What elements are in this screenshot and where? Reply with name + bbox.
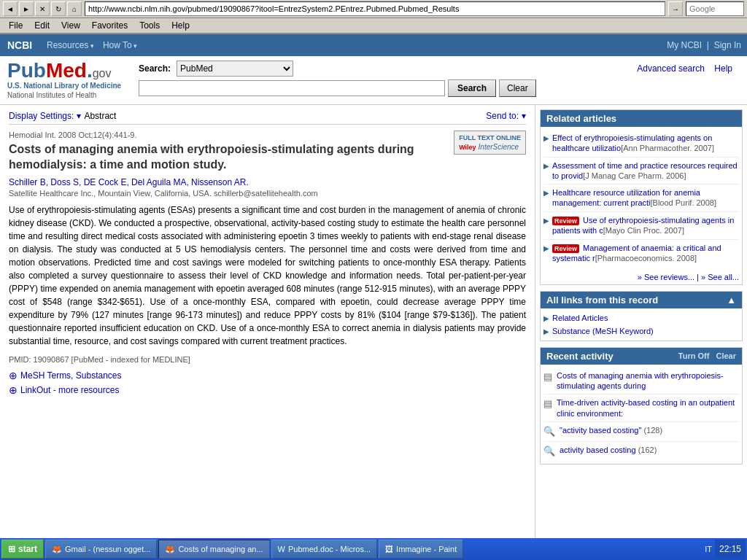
system-tray-locale: IT [705, 545, 712, 553]
related-item: ▶ Healthcare resource utilization for an… [543, 184, 739, 212]
recent-search-text-2[interactable]: activity based costing (162) [560, 445, 657, 455]
arrow-icon: ▶ [543, 244, 549, 264]
recent-list: ▤ Costs of managing anemia with erythrop… [541, 365, 742, 464]
taskbar-pubmed[interactable]: 🦊 Costs of managing an... [158, 540, 269, 559]
home-btn[interactable]: ⌂ [67, 1, 82, 16]
back-btn[interactable]: ◄ [3, 1, 18, 16]
taskbar-gmail[interactable]: 🦊 Gmail - (nessun ogget... [45, 540, 157, 559]
view-menu[interactable]: View [55, 19, 86, 32]
start-button[interactable]: ⊞ start [1, 540, 44, 559]
clear-button[interactable]: Clear [499, 79, 536, 97]
recent-item: ▤ Costs of managing anemia with erythrop… [543, 368, 739, 395]
paint-icon: 🖼 [385, 545, 393, 553]
send-to[interactable]: Send to: ▾ [486, 111, 526, 121]
subtitle-line1: U.S. National Library of Medicine [7, 81, 124, 90]
authors: Schiller B, Doss S, DE Cock E, Del Aguil… [9, 177, 526, 187]
edit-menu[interactable]: Edit [28, 19, 55, 32]
my-ncbi-link[interactable]: My NCBI [667, 40, 702, 50]
favorites-menu[interactable]: Favorites [86, 19, 133, 32]
mesh-terms-expand[interactable]: ⊕ MeSH Terms, Substances [9, 370, 526, 381]
article-icon: ▤ [543, 371, 552, 384]
fulltext-label: FULL TEXT ONLINE [459, 134, 521, 141]
linkout-expand[interactable]: ⊕ LinkOut - more resources [9, 384, 526, 396]
turn-off-link[interactable]: Turn Off [678, 351, 710, 360]
related-item: ▶ Review Use of erythropoiesis-stimulati… [543, 212, 739, 240]
address-bar[interactable] [85, 1, 665, 16]
pubmed-logo: PubMed.gov [7, 61, 124, 81]
abstract-text: Use of erythropoiesis-stimulating agents… [9, 203, 526, 348]
arrow-icon: ▶ [543, 216, 549, 236]
related-item-text[interactable]: Review Use of erythropoiesis-stimulating… [552, 215, 739, 236]
windows-icon: ⊞ [8, 544, 15, 554]
forward-btn[interactable]: ► [19, 1, 34, 16]
taskbar: ⊞ start 🦊 Gmail - (nessun ogget... 🦊 Cos… [0, 538, 747, 560]
fulltext-button[interactable]: FULL TEXT ONLINE Wiley InterScience [454, 131, 526, 155]
related-item-text[interactable]: Assessment of time and practice resource… [552, 160, 739, 182]
google-search-input[interactable] [686, 1, 744, 16]
help-menu[interactable]: Help [166, 19, 196, 32]
display-settings[interactable]: Display Settings: ▾ Abstract [9, 111, 116, 121]
advanced-search-link[interactable]: Advanced search [637, 63, 705, 74]
search-links: Advanced search Help [637, 63, 740, 74]
taskbar-paint-label: Immagine - Paint [396, 545, 457, 553]
search-icon: 🔍 [543, 426, 555, 438]
display-settings-arrow-icon: ▾ [77, 111, 81, 121]
search-input[interactable] [139, 80, 445, 96]
related-item-text[interactable]: Review Management of anaemia: a critical… [552, 243, 739, 264]
review-badge: Review [552, 217, 579, 225]
display-bar: Display Settings: ▾ Abstract Send to: ▾ [9, 111, 526, 125]
scroll-up-icon[interactable]: ▲ [727, 295, 736, 306]
recent-item: 🔍 activity based costing (162) [543, 442, 739, 461]
sign-in-link[interactable]: Sign In [714, 40, 741, 50]
search-row2: Search Clear [139, 79, 740, 97]
tools-menu[interactable]: Tools [133, 19, 166, 32]
start-label: start [18, 544, 37, 554]
help-link[interactable]: Help [714, 63, 732, 74]
related-articles-list: ▶ Effect of erythropoiesis-stimulating a… [541, 127, 742, 270]
main-area: Display Settings: ▾ Abstract Send to: ▾ … [0, 105, 747, 558]
recent-activity-box: Recent activity Turn Off Clear ▤ Costs o… [540, 347, 743, 464]
all-links-header: All links from this record ▲ [541, 292, 742, 308]
mesh-terms-label: MeSH Terms, Substances [20, 370, 122, 381]
file-menu[interactable]: File [3, 19, 28, 32]
ncbi-top-bar: NCBI Resources How To My NCBI | Sign In [0, 34, 747, 56]
related-articles-box: Related articles ▶ Effect of erythropoie… [540, 109, 743, 285]
clear-recent-link[interactable]: Clear [716, 351, 736, 360]
resources-menu[interactable]: Resources [47, 40, 94, 50]
arrow-icon: ▶ [543, 188, 549, 209]
taskbar-word-label: Pubmed.doc - Micros... [288, 545, 371, 553]
all-links-box: All links from this record ▲ ▶ Related A… [540, 291, 743, 341]
howto-menu[interactable]: How To [103, 40, 137, 50]
taskbar-gmail-label: Gmail - (nessun ogget... [65, 545, 150, 553]
related-articles-link[interactable]: Related Articles [552, 314, 608, 322]
recent-article-link-2[interactable]: Time-driven activity-based costing in an… [557, 397, 739, 419]
refresh-btn[interactable]: ↻ [51, 1, 66, 16]
related-item-text[interactable]: Healthcare resource utilization for anem… [552, 187, 739, 209]
stop-btn[interactable]: ✕ [35, 1, 50, 16]
pubmed-subtitle: U.S. National Library of Medicine Nation… [7, 81, 124, 100]
ncbi-left: NCBI Resources How To [6, 37, 137, 53]
go-btn[interactable]: → [668, 1, 683, 16]
recent-item: ▤ Time-driven activity-based costing in … [543, 394, 739, 422]
recent-search-text[interactable]: "activity based costing" (128) [560, 425, 662, 435]
nav-buttons[interactable]: ◄ ► ✕ ↻ ⌂ [3, 1, 82, 16]
taskbar-time: 22:15 [715, 540, 746, 559]
search-database-select[interactable]: PubMed Protein Nucleotide Structure [177, 61, 293, 77]
taskbar-paint[interactable]: 🖼 Immagine - Paint [379, 540, 463, 559]
see-reviews[interactable]: » See reviews... | » See all... [541, 270, 742, 284]
recent-article-link[interactable]: Costs of managing anemia with erythropoi… [557, 370, 739, 392]
recent-controls: Turn Off Clear [674, 351, 736, 360]
search-button[interactable]: Search [448, 79, 496, 97]
all-links-item: ▶ Related Articles [543, 311, 739, 324]
ncbi-logo: NCBI [6, 37, 38, 53]
svg-text:NCBI: NCBI [7, 39, 32, 51]
arrow-icon: ▶ [543, 314, 549, 322]
taskbar-word[interactable]: W Pubmed.doc - Micros... [271, 540, 377, 559]
substance-link[interactable]: Substance (MeSH Keyword) [552, 327, 654, 335]
all-links-title: All links from this record [546, 295, 658, 306]
recent-item: 🔍 "activity based costing" (128) [543, 422, 739, 442]
pubmed-header: PubMed.gov U.S. National Library of Medi… [0, 56, 747, 105]
all-links-item: ▶ Substance (MeSH Keyword) [543, 324, 739, 338]
subtitle-line2: National Institutes of Health [7, 90, 124, 100]
related-item-text[interactable]: Effect of erythropoiesis-stimulating age… [552, 133, 739, 154]
